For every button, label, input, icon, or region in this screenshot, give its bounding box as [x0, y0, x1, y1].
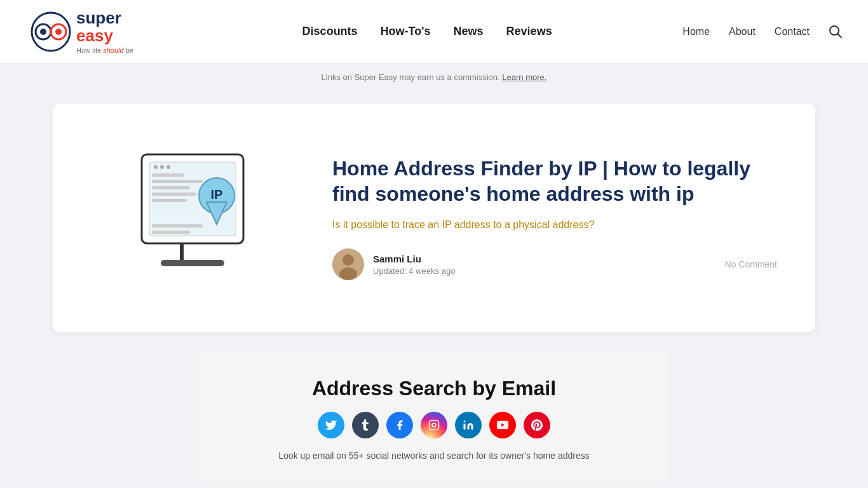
pinterest-icon[interactable] — [524, 412, 550, 438]
ip-monitor-illustration: IP — [104, 135, 281, 301]
svg-rect-9 — [180, 243, 184, 262]
svg-point-11 — [154, 165, 158, 169]
search-icon — [829, 25, 843, 39]
svg-rect-18 — [152, 199, 187, 202]
notice-link[interactable]: Learn more. — [502, 72, 546, 82]
logo-text: super easy How life should be — [76, 9, 133, 54]
svg-rect-20 — [152, 231, 190, 234]
search-button[interactable] — [829, 25, 843, 39]
author-avatar — [332, 248, 364, 280]
widget-description: Look up email on 55+ social networks and… — [218, 449, 650, 463]
svg-rect-10 — [161, 260, 224, 266]
nav-contact[interactable]: Contact — [775, 26, 810, 37]
notice-text: Links on Super Easy may earn us a commis… — [322, 72, 503, 82]
youtube-icon[interactable] — [489, 412, 516, 438]
article-title: Home Address Finder by IP | How to legal… — [332, 156, 777, 207]
svg-rect-16 — [152, 186, 190, 189]
no-comment: No Comment — [725, 259, 777, 269]
author-updated: Updated: 4 weeks ago — [373, 266, 455, 276]
widget-title: Address Search by Email — [218, 377, 650, 400]
author-details: Sammi Liu Updated: 4 weeks ago — [373, 254, 455, 276]
svg-text:IP: IP — [211, 187, 223, 201]
svg-point-25 — [342, 254, 354, 266]
logo-easy: easy — [76, 26, 113, 45]
nav-right: Home About Contact — [682, 25, 843, 39]
main-content: IP Home Address Finder by IP | How to le… — [27, 104, 841, 482]
svg-point-2 — [40, 29, 46, 35]
social-icons — [218, 412, 650, 438]
header: super easy How life should be Discounts … — [0, 0, 868, 64]
logo-icon — [25, 10, 76, 54]
nav-discounts[interactable]: Discounts — [302, 25, 358, 38]
article-subtitle: Is it possible to trace an IP address to… — [332, 219, 777, 231]
facebook-icon[interactable] — [386, 412, 413, 438]
author-name: Sammi Liu — [373, 254, 455, 264]
logo-super: super — [76, 9, 121, 27]
nav-reviews[interactable]: Reviews — [506, 25, 552, 38]
nav-news[interactable]: News — [454, 25, 484, 38]
svg-rect-27 — [430, 421, 439, 430]
nav-howtos[interactable]: How-To's — [381, 25, 431, 38]
linkedin-icon[interactable] — [455, 412, 482, 438]
svg-point-29 — [464, 421, 466, 423]
tumblr-icon[interactable] — [352, 412, 379, 438]
nav-left: Discounts How-To's News Reviews — [302, 25, 552, 38]
nav-about[interactable]: About — [729, 26, 756, 37]
svg-point-4 — [55, 29, 62, 35]
article-card: IP Home Address Finder by IP | How to le… — [53, 104, 815, 332]
svg-point-12 — [160, 165, 164, 169]
author-info: Sammi Liu Updated: 4 weeks ago — [332, 248, 455, 280]
article-content: Home Address Finder by IP | How to legal… — [332, 156, 777, 280]
svg-point-13 — [166, 165, 170, 169]
instagram-icon[interactable] — [421, 412, 447, 438]
avatar-illustration — [332, 248, 364, 280]
svg-point-26 — [339, 268, 357, 280]
author-row: Sammi Liu Updated: 4 weeks ago No Commen… — [332, 248, 777, 280]
nav-home[interactable]: Home — [682, 26, 710, 37]
svg-line-6 — [837, 34, 841, 37]
logo-tagline: How life should be — [76, 46, 133, 54]
twitter-icon[interactable] — [318, 412, 344, 438]
widget-card: Address Search by Email L — [199, 351, 669, 482]
svg-rect-19 — [152, 224, 203, 227]
svg-rect-15 — [152, 180, 203, 183]
logo-area: super easy How life should be — [25, 9, 133, 54]
svg-rect-14 — [152, 173, 184, 177]
svg-rect-17 — [152, 193, 196, 196]
notice-bar: Links on Super Easy may earn us a commis… — [0, 64, 868, 91]
article-image: IP — [91, 135, 294, 301]
